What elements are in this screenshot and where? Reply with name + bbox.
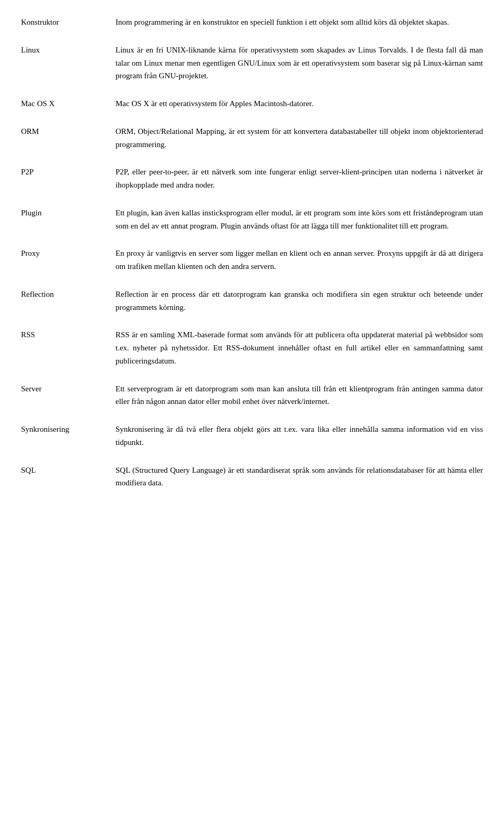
glossary-entry: RSSRSS är en samling XML-baserade format… [21, 328, 483, 367]
entry-definition: Ett serverprogram är ett datorprogram so… [116, 382, 483, 409]
entry-term: Reflection [21, 288, 116, 300]
entry-term: ORM [21, 125, 116, 138]
entry-term: P2P [21, 165, 116, 178]
glossary-entry: SynkroniseringSynkronisering är då två e… [21, 423, 483, 449]
entry-definition: Inom programmering är en konstruktor en … [116, 16, 483, 29]
entry-definition: En proxy är vanligtvis en server som lig… [116, 247, 483, 273]
glossary-entry: P2PP2P, eller peer-to-peer, är ett nätve… [21, 165, 483, 192]
entry-term: Plugin [21, 206, 116, 219]
entry-term: Mac OS X [21, 97, 116, 110]
glossary-entry: ProxyEn proxy är vanligtvis en server so… [21, 247, 483, 273]
entry-definition: SQL (Structured Query Language) är ett s… [116, 464, 483, 490]
entry-definition: Linux är en fri UNIX-liknande kärna för … [116, 44, 483, 82]
entry-definition: ORM, Object/Relational Mapping, är ett s… [116, 125, 483, 151]
glossary-entry: Mac OS XMac OS X är ett operativsystem f… [21, 97, 483, 110]
entry-term: Server [21, 382, 116, 395]
glossary-container: KonstruktorInom programmering är en kons… [21, 16, 483, 490]
entry-term: Konstruktor [21, 16, 116, 28]
entry-term: Proxy [21, 247, 116, 260]
glossary-entry: ORMORM, Object/Relational Mapping, är et… [21, 125, 483, 151]
glossary-entry: ServerEtt serverprogram är ett datorprog… [21, 382, 483, 409]
entry-definition: Ett plugin, kan även kallas insticksprog… [116, 206, 483, 233]
entry-definition: RSS är en samling XML-baserade format so… [116, 328, 483, 367]
glossary-entry: ReflectionReflection är en process där e… [21, 288, 483, 314]
entry-term: Linux [21, 44, 116, 56]
glossary-entry: SQLSQL (Structured Query Language) är et… [21, 464, 483, 490]
entry-term: Synkronisering [21, 423, 116, 435]
entry-term: SQL [21, 464, 116, 476]
entry-definition: Mac OS X är ett operativsystem för Apple… [116, 97, 483, 110]
glossary-entry: PluginEtt plugin, kan även kallas instic… [21, 206, 483, 233]
entry-term: RSS [21, 328, 116, 341]
entry-definition: Synkronisering är då två eller flera obj… [116, 423, 483, 449]
glossary-entry: KonstruktorInom programmering är en kons… [21, 16, 483, 29]
glossary-entry: LinuxLinux är en fri UNIX-liknande kärna… [21, 44, 483, 82]
entry-definition: P2P, eller peer-to-peer, är ett nätverk … [116, 165, 483, 192]
entry-definition: Reflection är en process där ett datorpr… [116, 288, 483, 314]
